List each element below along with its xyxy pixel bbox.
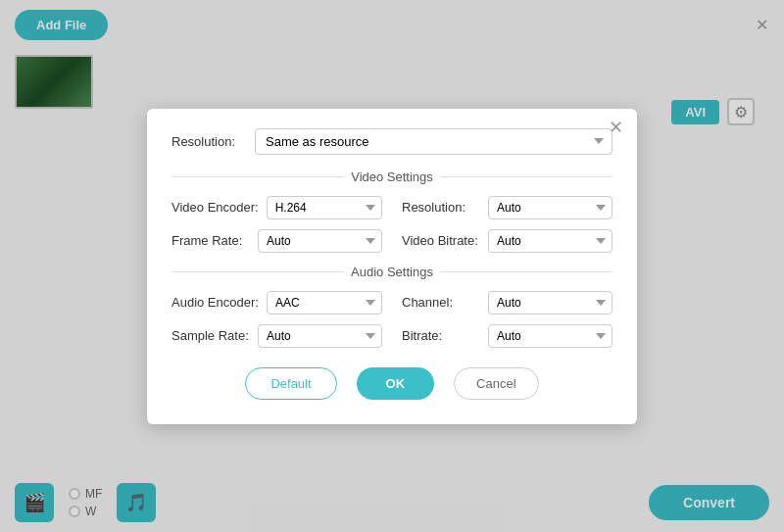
divider-line-right [441, 176, 612, 177]
video-settings-title: Video Settings [351, 169, 433, 184]
audio-divider-line-right [441, 271, 612, 272]
frame-rate-row: Frame Rate: Auto [172, 229, 382, 253]
resolution-inner-label: Resolution: [402, 200, 480, 215]
bitrate-label: Bitrate: [402, 328, 480, 343]
channel-label: Channel: [402, 295, 480, 310]
dialog-overlay: ✕ Resolution: Same as resource Video Set… [0, 0, 784, 532]
video-encoder-label: Video Encoder: [172, 200, 259, 215]
resolution-inner-select[interactable]: Auto [488, 196, 612, 219]
video-settings-divider: Video Settings [172, 169, 612, 184]
dialog-close-button[interactable]: ✕ [609, 119, 623, 136]
audio-encoder-select[interactable]: AAC [267, 291, 382, 314]
resolution-select[interactable]: Same as resource [255, 128, 612, 155]
audio-encoder-row: Audio Encoder: AAC [172, 291, 382, 314]
video-settings-grid: Video Encoder: H.264 Resolution: Auto Fr… [172, 196, 612, 253]
divider-line-left [172, 176, 343, 177]
audio-divider-line-left [172, 271, 343, 272]
resolution-row: Resolution: Same as resource [172, 128, 612, 155]
default-button[interactable]: Default [245, 367, 336, 400]
resolution-label: Resolution: [172, 134, 245, 149]
video-bitrate-label: Video Bitrate: [402, 233, 480, 248]
frame-rate-label: Frame Rate: [172, 233, 250, 248]
ok-button[interactable]: OK [357, 367, 435, 400]
app-background: Add File ✕ AVI ⚙ 🎬 MF W 🎵 [0, 0, 784, 532]
video-encoder-row: Video Encoder: H.264 [172, 196, 382, 219]
bitrate-row: Bitrate: Auto [402, 324, 612, 348]
audio-settings-divider: Audio Settings [172, 265, 612, 279]
video-encoder-select[interactable]: H.264 [267, 196, 382, 219]
settings-dialog: ✕ Resolution: Same as resource Video Set… [147, 109, 637, 424]
bitrate-select[interactable]: Auto [488, 324, 612, 348]
channel-select[interactable]: Auto [488, 291, 612, 314]
video-bitrate-row: Video Bitrate: Auto [402, 229, 612, 253]
resolution-inner-row: Resolution: Auto [402, 196, 612, 219]
audio-encoder-label: Audio Encoder: [172, 295, 259, 310]
video-bitrate-select[interactable]: Auto [488, 229, 612, 253]
sample-rate-label: Sample Rate: [172, 328, 250, 343]
sample-rate-select[interactable]: Auto [258, 324, 382, 348]
audio-settings-title: Audio Settings [351, 265, 433, 279]
sample-rate-row: Sample Rate: Auto [172, 324, 382, 348]
frame-rate-select[interactable]: Auto [258, 229, 382, 253]
channel-row: Channel: Auto [402, 291, 612, 314]
cancel-button[interactable]: Cancel [454, 367, 538, 400]
audio-settings-grid: Audio Encoder: AAC Channel: Auto Sample … [172, 291, 612, 348]
dialog-buttons: Default OK Cancel [172, 367, 612, 400]
